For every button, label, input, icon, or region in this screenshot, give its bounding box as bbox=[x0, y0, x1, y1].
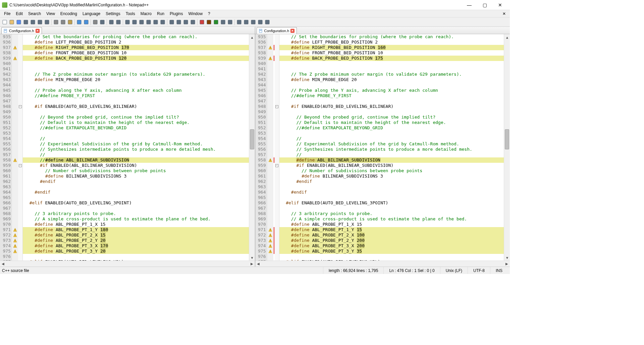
code-line[interactable]: // Number of subdivisions between probe … bbox=[23, 168, 249, 174]
code-line[interactable]: #elif ENABLED(AUTO_BED_LEVELING_UBL) bbox=[23, 259, 249, 261]
menu-file[interactable]: File bbox=[1, 11, 13, 17]
code-line[interactable]: #elif ENABLED(AUTO_BED_LEVELING_3POINT) bbox=[23, 200, 249, 206]
code-line[interactable]: // Experimental Subdivision of the grid … bbox=[23, 141, 249, 147]
code-line[interactable] bbox=[279, 66, 504, 72]
menu-language[interactable]: Language bbox=[80, 11, 103, 17]
menu-window[interactable]: Window bbox=[185, 11, 205, 17]
open-button[interactable] bbox=[8, 19, 15, 25]
menu-plugins[interactable]: Plugins bbox=[167, 11, 185, 17]
code-line[interactable]: // Synthesizes intermediate points to pr… bbox=[23, 147, 249, 152]
code-line[interactable]: #define ABL_PROBE_PT_2_Y 200 bbox=[279, 238, 504, 243]
code-line[interactable]: // A simple cross-product is used to est… bbox=[23, 216, 249, 222]
code-line[interactable] bbox=[23, 109, 249, 115]
unfold-level-button[interactable] bbox=[190, 19, 196, 25]
code-line[interactable] bbox=[279, 184, 504, 190]
redo-button[interactable] bbox=[83, 19, 90, 25]
code-line[interactable]: //#define EXTRAPOLATE_BEYOND_GRID bbox=[23, 125, 249, 131]
code-line[interactable] bbox=[279, 254, 504, 259]
code-line[interactable]: //#define ABL_BILINEAR_SUBDIVISION bbox=[23, 157, 249, 163]
stop-button[interactable] bbox=[206, 19, 212, 25]
fold-cell[interactable]: − bbox=[275, 163, 279, 168]
save-all-button[interactable] bbox=[22, 19, 29, 25]
code-line[interactable]: #define ABL_PROBE_PT_3_Y 35 bbox=[279, 249, 504, 254]
record-button[interactable] bbox=[199, 19, 205, 25]
code-line[interactable]: #if ENABLED(AUTO_BED_LEVELING_BILINEAR) bbox=[23, 104, 249, 109]
play-button[interactable] bbox=[213, 19, 219, 25]
vertical-scrollbar[interactable]: ▲ ▼ bbox=[249, 34, 255, 261]
code-line[interactable]: #if ENABLED(AUTO_BED_LEVELING_BILINEAR) bbox=[279, 104, 504, 109]
close-all-button[interactable] bbox=[37, 19, 43, 25]
code-line[interactable]: #endif bbox=[279, 190, 504, 195]
maximize-button[interactable]: ▢ bbox=[477, 0, 492, 10]
code-line[interactable] bbox=[23, 131, 249, 136]
menu-help[interactable]: ? bbox=[205, 11, 213, 17]
fold-cell[interactable]: − bbox=[18, 104, 22, 109]
undo-button[interactable] bbox=[76, 19, 83, 25]
code-line[interactable]: #define BILINEAR_SUBDIVISIONS 3 bbox=[279, 174, 504, 179]
file-tab[interactable]: Configuration.h ✕ bbox=[1, 27, 42, 34]
code-line[interactable]: #if ENABLED(ABL_BILINEAR_SUBDIVISION) bbox=[279, 163, 504, 168]
file-tab[interactable]: Configuration.h ✕ bbox=[257, 27, 297, 34]
scroll-down-icon[interactable]: ▼ bbox=[504, 255, 510, 261]
horizontal-scrollbar[interactable]: ◀ ▶ bbox=[255, 261, 510, 267]
indent-guide-button[interactable] bbox=[145, 19, 152, 25]
code-line[interactable]: // A simple cross-product is used to est… bbox=[279, 216, 504, 222]
menu-search[interactable]: Search bbox=[25, 11, 44, 17]
code-line[interactable]: #if ENABLED(ABL_BILINEAR_SUBDIVISION) bbox=[23, 163, 249, 168]
menu-edit[interactable]: Edit bbox=[13, 11, 25, 17]
code-line[interactable]: #define MIN_PROBE_EDGE 20 bbox=[23, 77, 249, 82]
compare-reset-button[interactable] bbox=[264, 19, 271, 25]
scroll-left-icon[interactable]: ◀ bbox=[0, 261, 6, 267]
scroll-thumb[interactable] bbox=[505, 129, 509, 149]
cut-button[interactable] bbox=[53, 19, 59, 25]
code-line[interactable] bbox=[279, 82, 504, 88]
code-line[interactable] bbox=[23, 66, 249, 72]
code-area[interactable]: // Set the boundaries for probing (where… bbox=[23, 34, 249, 261]
code-area[interactable]: // Set the boundaries for probing (where… bbox=[279, 34, 504, 261]
code-line[interactable]: #define ABL_PROBE_PT_3_X 200 bbox=[279, 243, 504, 249]
code-line[interactable]: // Set the boundaries for probing (where… bbox=[23, 34, 249, 40]
code-line[interactable] bbox=[279, 109, 504, 115]
code-line[interactable]: #define ABL_PROBE_PT_1_X 15 bbox=[279, 222, 504, 227]
code-line[interactable]: #define ABL_PROBE_PT_1_Y 180 bbox=[23, 227, 249, 232]
code-line[interactable]: #elif ENABLED(AUTO_BED_LEVELING_3POINT) bbox=[279, 200, 504, 206]
code-line[interactable]: // Synthesizes intermediate points to pr… bbox=[279, 147, 504, 152]
horizontal-scrollbar[interactable]: ◀ ▶ bbox=[0, 261, 255, 267]
code-line[interactable] bbox=[23, 206, 249, 211]
code-line[interactable] bbox=[279, 61, 504, 66]
code-line[interactable] bbox=[23, 82, 249, 88]
scroll-left-icon[interactable]: ◀ bbox=[255, 261, 261, 267]
fold-cell[interactable]: − bbox=[18, 163, 22, 168]
code-line[interactable]: // The Z probe minimum outer margin (to … bbox=[23, 72, 249, 77]
code-line[interactable] bbox=[279, 131, 504, 136]
code-line[interactable]: // The Z probe minimum outer margin (to … bbox=[279, 72, 504, 77]
code-line[interactable]: #define BACK_PROBE_BED_POSITION 120 bbox=[23, 56, 249, 61]
code-line[interactable]: #endif bbox=[23, 190, 249, 195]
code-line[interactable]: #define FRONT_PROBE_BED_POSITION 10 bbox=[23, 50, 249, 56]
code-line[interactable]: //#define PROBE_Y_FIRST bbox=[23, 93, 249, 98]
lang-button[interactable] bbox=[152, 19, 159, 25]
code-line[interactable]: #define MIN_PROBE_EDGE 20 bbox=[279, 77, 504, 82]
code-line[interactable] bbox=[23, 184, 249, 190]
status-encoding[interactable]: UTF-8 bbox=[468, 267, 490, 274]
code-line[interactable]: //#define PROBE_Y_FIRST bbox=[279, 93, 504, 98]
code-line[interactable]: // bbox=[279, 136, 504, 141]
menu-view[interactable]: View bbox=[44, 11, 58, 17]
code-line[interactable]: // 3 arbitrary points to probe. bbox=[23, 211, 249, 216]
wrap-button[interactable] bbox=[131, 19, 138, 25]
scroll-up-icon[interactable]: ▲ bbox=[504, 34, 510, 40]
scroll-right-icon[interactable]: ▶ bbox=[504, 261, 510, 267]
fold-level-button[interactable] bbox=[182, 19, 189, 25]
code-line[interactable]: // Probe along the Y axis, advancing X a… bbox=[279, 88, 504, 93]
menu-settings[interactable]: Settings bbox=[103, 11, 123, 17]
code-line[interactable]: // bbox=[23, 136, 249, 141]
compare-next-button[interactable] bbox=[243, 19, 250, 25]
code-line[interactable]: // bbox=[23, 152, 249, 157]
menu-run[interactable]: Run bbox=[154, 11, 167, 17]
doc-map-button[interactable] bbox=[159, 19, 166, 25]
code-line[interactable]: // 3 arbitrary points to probe. bbox=[279, 211, 504, 216]
code-line[interactable]: #define LEFT_PROBE_BED_POSITION 2 bbox=[279, 40, 504, 45]
code-line[interactable]: #define FRONT_PROBE_BED_POSITION 10 bbox=[279, 50, 504, 56]
invisible-button[interactable] bbox=[138, 19, 145, 25]
compare-prev-button[interactable] bbox=[236, 19, 243, 25]
